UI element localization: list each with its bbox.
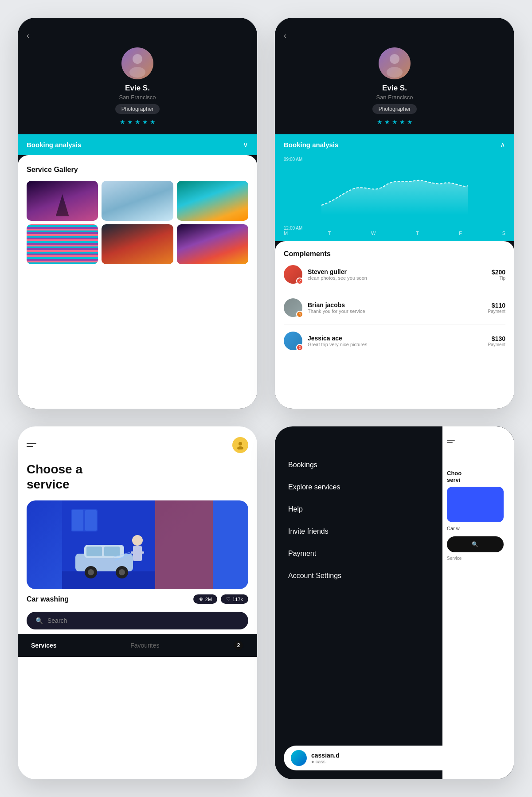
- avatar-tr: [379, 47, 411, 79]
- nav-services-bl[interactable]: Services: [31, 642, 57, 649]
- booking-bar-tl[interactable]: Booking analysis ∨: [18, 134, 257, 155]
- complement-avatar-1: 2: [284, 265, 302, 284]
- search-bar-bl[interactable]: 🔍 Search: [27, 612, 248, 629]
- gallery-item-2[interactable]: [102, 181, 173, 221]
- br-peek-hamburger: [447, 440, 510, 443]
- profile-name-tr: Evie S.: [382, 84, 407, 93]
- user-avatar-bl[interactable]: [232, 437, 248, 453]
- svg-rect-16: [104, 547, 120, 556]
- gallery-grid: [27, 181, 248, 264]
- stat-views-value: 2M: [205, 597, 212, 602]
- phone-bl-inner: Choose aservice: [18, 426, 257, 779]
- chart-section: Booking analysis ∧ 09:00 AM: [275, 134, 514, 241]
- br-username: cassian.d: [311, 752, 340, 759]
- gallery-item-3[interactable]: [177, 181, 248, 221]
- complement-avatar-2: 4: [284, 298, 302, 317]
- service-stats: 👁 2M ♡ 117k: [193, 594, 248, 604]
- back-button-tr[interactable]: ‹: [284, 31, 286, 40]
- br-peek-inner: Chooservi Car w 🔍 Service: [442, 426, 514, 779]
- br-user-info: cassian.d ● cassi: [291, 750, 340, 766]
- search-placeholder-bl: Search: [47, 617, 67, 624]
- svg-point-21: [132, 535, 143, 546]
- svg-rect-27: [155, 500, 213, 589]
- profile-name-tl: Evie S.: [125, 84, 150, 93]
- phone-tl-inner: ‹ Evie S.: [18, 18, 257, 409]
- heart-icon: ♡: [226, 596, 231, 602]
- svg-rect-10: [72, 510, 83, 531]
- complement-item-1: 2 Steven guller clean photos, see you so…: [284, 265, 505, 284]
- svg-point-18: [88, 569, 94, 575]
- complement-amount-2: $110 Payment: [488, 302, 505, 314]
- gallery-item-1[interactable]: [27, 181, 98, 221]
- gallery-title: Service Gallery: [27, 166, 248, 174]
- complement-msg-2: Thank you for your service: [308, 309, 483, 314]
- svg-point-5: [387, 67, 403, 78]
- complement-amount-1: $200 Tip: [492, 269, 505, 281]
- eye-icon: 👁: [199, 597, 203, 602]
- br-peek-search-icon: 🔍: [472, 541, 478, 547]
- nav-favourites-bl[interactable]: Favourites: [130, 642, 159, 649]
- profile-badge-tr: Photographer: [372, 104, 417, 114]
- svg-point-4: [390, 54, 399, 64]
- complement-info-3: Jessica ace Great trip very nice picture…: [308, 335, 483, 347]
- booking-bar-title-tl: Booking analysis: [27, 141, 81, 148]
- chart-time-bottom: 12:00 AM: [284, 226, 302, 231]
- nav-badge-bl: 2: [233, 640, 244, 651]
- svg-point-7: [237, 446, 243, 449]
- stat-likes-value: 117k: [232, 597, 243, 602]
- chart-area: [275, 162, 514, 224]
- booking-bar-tr[interactable]: Booking analysis ∧: [275, 134, 514, 155]
- br-user-avatar: [291, 750, 307, 766]
- complement-name-1: Steven guller: [308, 268, 486, 275]
- br-user-text: cassian.d ● cassi: [311, 752, 340, 764]
- gallery-item-4[interactable]: [27, 224, 98, 264]
- phone-top-left: ‹ Evie S.: [18, 18, 257, 409]
- search-icon-bl: 🔍: [35, 617, 43, 624]
- br-peek-blue-card: [447, 487, 504, 522]
- stat-views: 👁 2M: [193, 594, 217, 604]
- complement-badge-2: 4: [296, 311, 303, 318]
- hamburger-menu-bl[interactable]: [27, 443, 36, 447]
- complement-name-2: Brian jacobs: [308, 301, 483, 309]
- canvas: ‹ Evie S.: [0, 0, 532, 797]
- svg-point-2: [129, 67, 145, 78]
- br-peek-services-label: Service: [447, 556, 510, 561]
- complements-title: Complements: [284, 250, 505, 258]
- stat-likes: ♡ 117k: [221, 594, 248, 604]
- complement-avatar-3: 2: [284, 332, 302, 350]
- chart-days: M T W T F S: [275, 231, 514, 241]
- complement-msg-1: clean photos, see you soon: [308, 275, 486, 281]
- complements-section: Complements 2 Steven guller clean photos…: [275, 241, 514, 409]
- br-peek-carwash-label: Car w: [447, 526, 510, 531]
- svg-point-20: [119, 569, 125, 575]
- gallery-item-5[interactable]: [102, 224, 173, 264]
- choose-title-bl: Choose aservice: [18, 457, 257, 500]
- bl-topbar: [18, 426, 257, 457]
- stars-tr: ★ ★ ★ ★ ★: [377, 118, 413, 125]
- complement-amount-3: $130 Payment: [488, 335, 505, 347]
- gallery-item-6[interactable]: [177, 224, 248, 264]
- svg-rect-15: [86, 547, 102, 556]
- complement-info-1: Steven guller clean photos, see you soon: [308, 268, 486, 281]
- br-usertag: ● cassi: [311, 759, 340, 764]
- complement-badge-1: 2: [296, 277, 303, 285]
- svg-point-6: [239, 442, 242, 445]
- service-card-bl[interactable]: [27, 500, 248, 589]
- tr-header: ‹ Evie S. San F: [275, 18, 514, 134]
- service-name-bl: Car washing: [27, 595, 69, 603]
- phone-tr-inner: ‹ Evie S. San F: [275, 18, 514, 409]
- br-peek-panel: Chooservi Car w 🔍 Service: [442, 426, 514, 779]
- avatar-tl: [121, 47, 153, 79]
- svg-point-1: [133, 54, 142, 64]
- complement-info-2: Brian jacobs Thank you for your service: [308, 301, 483, 314]
- phone-top-right: ‹ Evie S. San F: [275, 18, 514, 409]
- back-button-tl[interactable]: ‹: [27, 31, 29, 40]
- profile-city-tr: San Francisco: [376, 94, 413, 101]
- bottom-nav-bl: Services Favourites 2: [18, 634, 257, 657]
- divider-2: [284, 324, 505, 324]
- gallery-section: Service Gallery: [18, 155, 257, 409]
- br-peek-search[interactable]: 🔍: [447, 536, 504, 552]
- service-label-row: Car washing 👁 2M ♡ 117k: [18, 589, 257, 607]
- chart-time-top: 09:00 AM: [284, 157, 302, 162]
- profile-badge-tl: Photographer: [115, 104, 160, 114]
